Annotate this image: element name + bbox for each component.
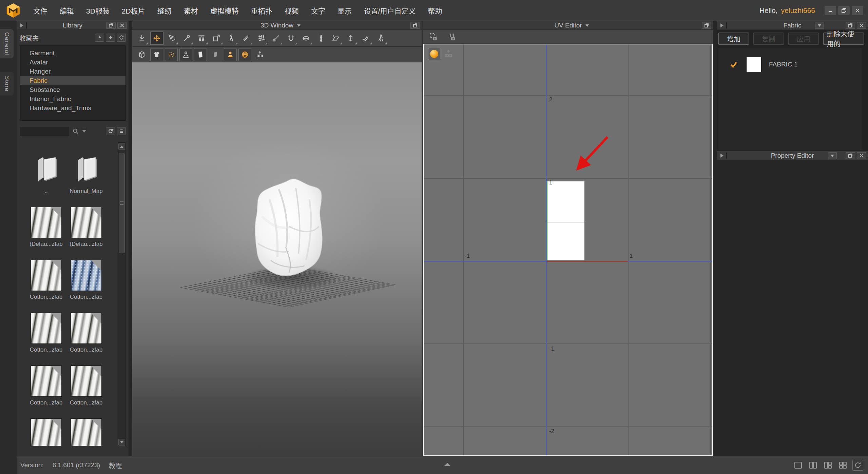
library-item-fabric[interactable]: Cotton...zfab bbox=[66, 257, 106, 310]
garment-3d[interactable] bbox=[238, 176, 340, 291]
menu-edit[interactable]: 编辑 bbox=[54, 2, 80, 19]
favorite-interior-fabric[interactable]: Interior_Fabric bbox=[20, 94, 126, 103]
binding-tool-button[interactable] bbox=[344, 32, 358, 45]
layout-quad-button[interactable] bbox=[837, 460, 848, 471]
layout-single-button[interactable] bbox=[793, 460, 804, 471]
show-particle-distance-toggle[interactable] bbox=[165, 48, 178, 61]
free-sewing-tool-button[interactable] bbox=[284, 32, 298, 45]
favorite-hanger[interactable]: Hanger bbox=[20, 67, 126, 76]
search-input[interactable] bbox=[20, 127, 69, 136]
library-item-fabric[interactable]: Cotton...zfab bbox=[26, 257, 66, 310]
fabric-delete-unused-button[interactable]: 删除未使用的 bbox=[823, 33, 864, 45]
tack-on-avatar-tool-button[interactable] bbox=[254, 32, 268, 45]
3d-viewport[interactable] bbox=[132, 62, 422, 456]
menu-settings-customize[interactable]: 设置/用户自定义 bbox=[358, 2, 422, 19]
library-item-fabric[interactable]: Cotton...zfab bbox=[26, 310, 66, 362]
library-item-fabric[interactable] bbox=[66, 415, 106, 446]
add-icon[interactable] bbox=[106, 34, 115, 42]
uv-snapshot-pattern-button[interactable] bbox=[445, 30, 459, 44]
show-avatar-skin-toggle[interactable] bbox=[224, 48, 237, 61]
3d-window-menu-caret-icon[interactable] bbox=[297, 24, 301, 27]
search-icon[interactable] bbox=[73, 128, 79, 134]
show-garment-toggle[interactable] bbox=[150, 48, 163, 61]
library-item-fabric[interactable]: Cotton...zfab bbox=[26, 362, 66, 415]
uv-snapshot-selection-button[interactable] bbox=[427, 30, 440, 44]
tape-measure-tool-button[interactable] bbox=[359, 32, 372, 45]
layout-reset-button[interactable] bbox=[852, 460, 863, 471]
simulate-tool-button[interactable] bbox=[135, 32, 149, 45]
property-menu-caret-icon[interactable] bbox=[828, 152, 837, 159]
close-panel-icon[interactable] bbox=[857, 152, 866, 159]
reset-arrangement-tool-button[interactable] bbox=[210, 32, 223, 45]
library-scrollbar[interactable] bbox=[118, 142, 126, 446]
tab-general[interactable]: General bbox=[0, 29, 14, 58]
download-icon[interactable] bbox=[95, 34, 104, 42]
favorite-substance[interactable]: Substance bbox=[20, 85, 126, 94]
undock-icon[interactable] bbox=[702, 22, 711, 29]
panel-divider[interactable] bbox=[129, 21, 132, 456]
username-link[interactable]: yeluzhi666 bbox=[781, 6, 815, 15]
menu-video[interactable]: 视频 bbox=[278, 2, 305, 19]
menu-material[interactable]: 素材 bbox=[178, 2, 204, 19]
menu-display[interactable]: 显示 bbox=[331, 2, 358, 19]
fabric-list-item[interactable]: FABRIC 1 bbox=[718, 54, 862, 75]
menu-file[interactable]: 文件 bbox=[27, 2, 54, 19]
scroll-up-icon[interactable] bbox=[118, 143, 125, 150]
tab-store[interactable]: Store bbox=[0, 72, 14, 96]
library-item-fabric[interactable]: Cotton...zfab bbox=[66, 310, 106, 362]
reload-icon[interactable] bbox=[106, 127, 115, 135]
fabric-menu-caret-icon[interactable] bbox=[815, 22, 824, 29]
favorite-garment[interactable]: Garment bbox=[20, 48, 126, 58]
collapse-arrow-icon[interactable] bbox=[18, 22, 25, 28]
menu-help[interactable]: 帮助 bbox=[422, 2, 448, 19]
scrollbar-handle[interactable] bbox=[119, 153, 125, 253]
show-pattern-mesh-toggle[interactable] bbox=[209, 48, 222, 61]
measure-tool-button[interactable] bbox=[239, 32, 253, 45]
show-avatar-toggle[interactable] bbox=[179, 48, 192, 61]
uv-editor-menu-caret-icon[interactable] bbox=[585, 24, 589, 27]
uv-canvas[interactable]: 2 1 -1 1 -1 -2 bbox=[423, 44, 713, 456]
sewing-tool-button[interactable] bbox=[269, 32, 283, 45]
library-item-fabric[interactable] bbox=[26, 415, 66, 446]
favorite-hardware-and-trims[interactable]: Hardware_and_Trims bbox=[20, 103, 126, 113]
undock-icon[interactable] bbox=[106, 22, 116, 29]
restore-button[interactable] bbox=[838, 6, 850, 15]
library-item-fabric[interactable]: Cotton...zfab bbox=[66, 362, 106, 415]
undock-icon[interactable] bbox=[846, 22, 855, 29]
menu-3d-garment[interactable]: 3D服装 bbox=[80, 2, 116, 19]
steam-tool-button[interactable] bbox=[299, 32, 313, 45]
favorite-avatar[interactable]: Avatar bbox=[20, 58, 126, 67]
search-filter-caret-icon[interactable] bbox=[82, 130, 86, 133]
layout-two-pane-button[interactable] bbox=[808, 460, 818, 471]
scroll-down-icon[interactable] bbox=[118, 439, 125, 446]
list-view-icon[interactable] bbox=[117, 127, 126, 135]
menu-2d-pattern[interactable]: 2D板片 bbox=[116, 2, 151, 19]
menu-avatar[interactable]: 虚拟模特 bbox=[204, 2, 245, 19]
collapse-arrow-icon[interactable] bbox=[718, 153, 726, 159]
select-move-tool-button[interactable] bbox=[150, 32, 163, 45]
vertical-splitter[interactable] bbox=[713, 21, 717, 456]
uv-pattern-piece[interactable] bbox=[546, 181, 585, 261]
library-item-parent-folder[interactable]: .. bbox=[26, 151, 66, 204]
refresh-icon[interactable] bbox=[117, 34, 126, 42]
favorite-fabric[interactable]: Fabric bbox=[20, 76, 126, 85]
close-window-button[interactable] bbox=[852, 6, 863, 15]
zipper-tool-button[interactable] bbox=[314, 32, 328, 45]
undock-icon[interactable] bbox=[410, 22, 420, 29]
fold-arrangement-tool-button[interactable] bbox=[195, 32, 208, 45]
pin-tool-button[interactable] bbox=[180, 32, 193, 45]
select-mesh-tool-button[interactable] bbox=[165, 32, 178, 45]
undock-icon[interactable] bbox=[846, 152, 855, 159]
minimize-button[interactable] bbox=[825, 6, 836, 15]
piping-tool-button[interactable] bbox=[329, 32, 343, 45]
walk-avatar-tool-button[interactable] bbox=[374, 32, 387, 45]
menu-text[interactable]: 文字 bbox=[305, 2, 331, 19]
show-floor-toggle[interactable] bbox=[253, 48, 267, 61]
library-item-fabric[interactable]: (Defau...zfab bbox=[26, 204, 66, 257]
close-panel-icon[interactable] bbox=[857, 22, 866, 29]
show-fabric-texture-toggle[interactable] bbox=[194, 48, 207, 61]
layout-one-plus-two-button[interactable] bbox=[823, 460, 833, 471]
show-wireframe-globe-toggle[interactable] bbox=[238, 48, 251, 61]
menu-retopology[interactable]: 重拓扑 bbox=[245, 2, 278, 19]
fabric-add-button[interactable]: 增加 bbox=[718, 33, 749, 45]
